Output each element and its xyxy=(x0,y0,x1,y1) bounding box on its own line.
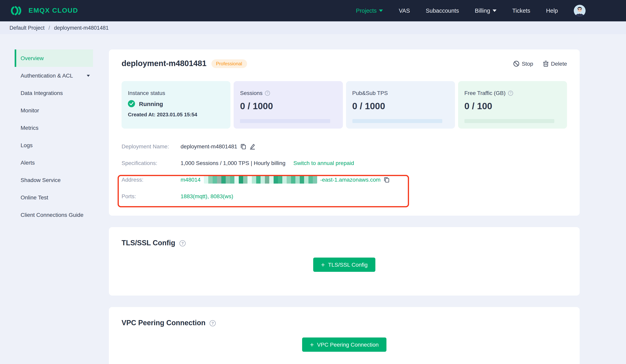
nav-item-subaccounts[interactable]: Subaccounts xyxy=(426,7,459,14)
edit-icon[interactable] xyxy=(249,144,255,149)
deployment-info: Deployment Name: deployment-m4801481 xyxy=(121,138,567,205)
specifications-row: Specifications: 1,000 Sessions / 1,000 T… xyxy=(121,155,567,171)
ports-value: 1883(mqtt), 8083(ws) xyxy=(181,193,233,199)
sidebar-item-online-test[interactable]: Online Test xyxy=(15,189,93,206)
sidebar-item-logs[interactable]: Logs xyxy=(15,137,93,154)
pubsub-tps-card: Pub&Sub TPS 0 / 1000 xyxy=(346,81,455,129)
top-nav: EMQX CLOUD Projects VAS Subaccounts Bill… xyxy=(0,0,626,21)
instance-status-label: Instance status xyxy=(128,90,224,96)
status-text: Running xyxy=(139,100,163,107)
sidebar-item-client-connections-guide[interactable]: Client Connections Guide xyxy=(15,206,93,223)
plus-icon: + xyxy=(321,261,325,268)
breadcrumb-current: deployment-m4801481 xyxy=(54,25,109,31)
user-avatar[interactable] xyxy=(574,5,586,17)
vpc-peering-section: VPC Peering Connection ? + VPC Peering C… xyxy=(109,307,580,364)
breadcrumb-separator: / xyxy=(48,25,50,31)
svg-text:?: ? xyxy=(181,241,184,245)
sidebar-item-shadow-service[interactable]: Shadow Service xyxy=(15,171,93,189)
tls-section-title: TLS/SSL Config xyxy=(121,239,175,247)
nav-item-billing[interactable]: Billing xyxy=(475,7,496,14)
deployment-name-label: Deployment Name: xyxy=(121,143,181,149)
specifications-label: Specifications: xyxy=(121,160,181,166)
help-icon[interactable]: ? xyxy=(508,90,513,96)
svg-text:?: ? xyxy=(509,91,511,95)
breadcrumb: Default Project / deployment-m4801481 xyxy=(0,21,626,35)
chevron-down-icon xyxy=(87,74,90,76)
address-suffix: -east-1.amazonaws.com xyxy=(320,177,381,183)
specifications-value: 1,000 Sessions / 1,000 TPS | Hourly bill… xyxy=(181,160,285,166)
pubsub-tps-value: 0 / 1000 xyxy=(352,101,449,111)
nav-items: Projects VAS Subaccounts Billing Tickets… xyxy=(356,5,586,17)
emqx-logo-icon xyxy=(9,5,25,16)
address-prefix: m48014 xyxy=(181,177,200,183)
traffic-progress-bar xyxy=(465,119,554,123)
pubsub-tps-label: Pub&Sub TPS xyxy=(352,90,388,96)
nav-item-vas[interactable]: VAS xyxy=(399,7,410,14)
plan-badge: Professional xyxy=(211,59,247,68)
sidebar-item-authentication-acl[interactable]: Authentication & ACL xyxy=(15,67,93,84)
sessions-card: Sessions ? 0 / 1000 xyxy=(234,81,343,129)
nav-item-help[interactable]: Help xyxy=(546,7,558,14)
deployment-name-value: deployment-m4801481 xyxy=(181,143,237,149)
stop-button[interactable]: Stop xyxy=(513,60,533,67)
sessions-label: Sessions xyxy=(240,90,263,96)
trash-icon xyxy=(543,60,548,67)
sessions-value: 0 / 1000 xyxy=(240,101,337,111)
sessions-progress-bar xyxy=(240,119,330,123)
breadcrumb-project[interactable]: Default Project xyxy=(9,25,44,31)
sidebar: Overview Authentication & ACL Data Integ… xyxy=(0,35,109,364)
sidebar-item-metrics[interactable]: Metrics xyxy=(15,119,93,137)
page: EMQX CLOUD Projects VAS Subaccounts Bill… xyxy=(0,0,626,364)
copy-icon[interactable] xyxy=(384,177,390,182)
sidebar-item-data-integrations[interactable]: Data Integrations xyxy=(15,84,93,102)
ports-row: Ports: 1883(mqtt), 8083(ws) xyxy=(121,188,567,205)
nav-item-tickets[interactable]: Tickets xyxy=(512,7,530,14)
help-icon[interactable]: ? xyxy=(179,240,186,246)
ports-label: Ports: xyxy=(121,193,181,199)
free-traffic-card: Free Traffic (GB) ? 0 / 100 xyxy=(458,81,567,129)
page-title: deployment-m4801481 xyxy=(121,59,206,68)
pubsub-progress-bar xyxy=(352,119,442,123)
delete-button[interactable]: Delete xyxy=(543,60,567,67)
free-traffic-label: Free Traffic (GB) xyxy=(465,90,506,96)
deployment-card: deployment-m4801481 Professional Stop xyxy=(109,49,580,216)
free-traffic-value: 0 / 100 xyxy=(465,101,561,111)
tls-ssl-section: TLS/SSL Config ? + TLS/SSL Config xyxy=(109,227,580,295)
check-circle-icon xyxy=(128,100,135,107)
brand-name: EMQX CLOUD xyxy=(29,7,78,15)
sidebar-item-alerts[interactable]: Alerts xyxy=(15,154,93,171)
svg-text:?: ? xyxy=(267,91,269,95)
chevron-down-icon xyxy=(493,9,497,12)
address-row: Address: m48014 -east-1.amazonaws.com xyxy=(121,171,567,188)
add-vpc-peering-button[interactable]: + VPC Peering Connection xyxy=(302,337,387,352)
sidebar-item-overview[interactable]: Overview xyxy=(15,49,93,67)
stop-prohibit-icon xyxy=(513,60,519,67)
sidebar-item-monitor[interactable]: Monitor xyxy=(15,102,93,119)
instance-status-card: Instance status Running Created At: 2023… xyxy=(121,81,231,129)
plus-icon: + xyxy=(310,341,314,348)
vpc-section-title: VPC Peering Connection xyxy=(121,319,205,327)
created-at: Created At: 2023.01.05 15:54 xyxy=(128,111,224,117)
nav-item-projects[interactable]: Projects xyxy=(356,7,383,14)
help-icon[interactable]: ? xyxy=(265,90,270,96)
copy-icon[interactable] xyxy=(240,144,246,149)
main-content: deployment-m4801481 Professional Stop xyxy=(109,49,580,364)
svg-text:?: ? xyxy=(211,321,214,325)
brand-logo[interactable]: EMQX CLOUD xyxy=(9,5,78,16)
chevron-down-icon xyxy=(379,9,383,12)
address-label: Address: xyxy=(121,177,181,183)
stats-row: Instance status Running Created At: 2023… xyxy=(121,81,567,129)
switch-annual-prepaid-link[interactable]: Switch to annual prepaid xyxy=(293,160,354,166)
deployment-name-row: Deployment Name: deployment-m4801481 xyxy=(121,138,567,155)
help-icon[interactable]: ? xyxy=(209,320,216,326)
address-redacted-blur xyxy=(204,176,317,183)
add-tls-ssl-config-button[interactable]: + TLS/SSL Config xyxy=(313,257,376,272)
